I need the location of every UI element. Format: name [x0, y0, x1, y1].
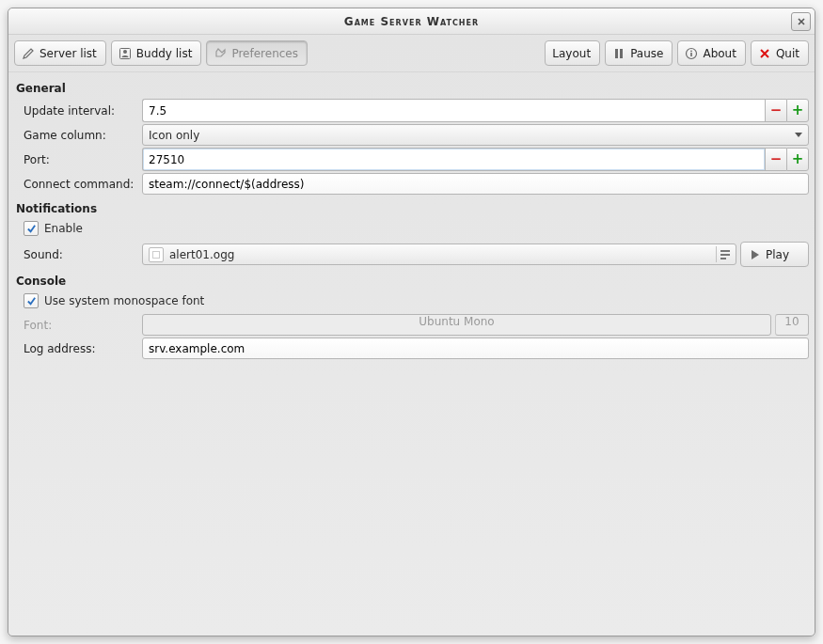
play-label: Play [766, 248, 789, 261]
layout-button[interactable]: Layout [545, 40, 600, 66]
chevron-down-icon [795, 133, 802, 137]
game-column-combo[interactable]: Icon only [142, 124, 809, 146]
section-console-header: Console [14, 269, 809, 290]
quit-icon [758, 47, 771, 60]
game-column-row: Game column: Icon only [14, 124, 809, 146]
port-decrement[interactable]: − [765, 148, 786, 171]
pencil-icon [22, 47, 35, 60]
buddy-list-button[interactable]: Buddy list [111, 40, 202, 66]
preferences-label: Preferences [231, 47, 298, 60]
font-label: Font: [14, 319, 138, 332]
about-icon [685, 47, 698, 60]
log-address-row: Log address: [14, 338, 809, 359]
font-name-display: Ubuntu Mono [142, 314, 771, 336]
enable-notifications-row: Enable [14, 217, 809, 240]
connect-cmd-input[interactable] [142, 173, 809, 195]
close-icon [797, 17, 806, 26]
check-icon [26, 224, 37, 234]
titlebar[interactable]: Game Server Watcher [8, 8, 815, 35]
use-system-monospace-label[interactable]: Use system monospace font [44, 294, 204, 307]
sound-file-chooser[interactable]: alert01.ogg [142, 243, 736, 265]
connect-cmd-label: Connect command: [14, 178, 138, 191]
svg-point-1 [123, 50, 127, 54]
svg-rect-3 [620, 49, 623, 58]
wrench-icon [214, 47, 227, 60]
quit-button[interactable]: Quit [751, 40, 809, 66]
update-interval-row: Update interval: − + [14, 99, 809, 122]
game-column-label: Game column: [14, 129, 138, 142]
pause-button[interactable]: Pause [605, 40, 673, 66]
port-increment[interactable]: + [786, 148, 809, 171]
port-input[interactable] [142, 148, 765, 171]
layout-label: Layout [552, 47, 591, 60]
section-notifications-header: Notifications [14, 196, 809, 217]
play-icon [748, 248, 761, 261]
person-icon [119, 47, 132, 60]
server-list-label: Server list [40, 47, 97, 60]
audio-file-icon [149, 247, 164, 262]
preferences-button[interactable]: Preferences [206, 40, 308, 66]
update-interval-label: Update interval: [14, 104, 138, 118]
svg-rect-6 [691, 53, 693, 56]
use-system-monospace-checkbox[interactable] [24, 293, 39, 308]
use-system-monospace-row: Use system monospace font [14, 290, 809, 312]
buddy-list-label: Buddy list [136, 47, 193, 60]
font-row: Font: Ubuntu Mono 10 [14, 314, 809, 336]
log-address-label: Log address: [14, 342, 138, 355]
update-interval-decrement[interactable]: − [765, 99, 786, 122]
port-label: Port: [14, 153, 138, 166]
sound-file-value: alert01.ogg [169, 248, 234, 261]
pause-icon [612, 47, 625, 60]
server-list-button[interactable]: Server list [14, 40, 106, 66]
update-interval-increment[interactable]: + [786, 99, 809, 122]
about-button[interactable]: About [677, 40, 745, 66]
port-spinbox: − + [142, 148, 809, 171]
window: Game Server Watcher Server list Buddy li… [8, 8, 815, 636]
svg-point-5 [691, 50, 693, 52]
check-icon [26, 296, 37, 306]
port-row: Port: − + [14, 148, 809, 171]
sound-label: Sound: [14, 248, 138, 261]
window-close-button[interactable] [791, 12, 811, 31]
update-interval-spinbox: − + [142, 99, 809, 122]
game-column-value: Icon only [149, 129, 199, 142]
font-size-display: 10 [775, 314, 809, 336]
sound-row: Sound: alert01.ogg Play [14, 242, 809, 267]
enable-notifications-label[interactable]: Enable [44, 222, 83, 235]
update-interval-input[interactable] [142, 99, 765, 122]
log-address-input[interactable] [142, 338, 809, 359]
enable-notifications-checkbox[interactable] [24, 221, 39, 236]
window-title: Game Server Watcher [344, 15, 479, 28]
content-area[interactable]: General Update interval: − + Game column… [8, 72, 815, 636]
toolbar: Server list Buddy list Preferences Layou… [8, 35, 815, 72]
connect-cmd-row: Connect command: [14, 173, 809, 195]
file-browse-icon [716, 246, 734, 262]
quit-label: Quit [776, 47, 799, 60]
about-label: About [703, 47, 736, 60]
section-general-header: General [14, 76, 809, 97]
pause-label: Pause [630, 47, 663, 60]
svg-marker-7 [752, 250, 759, 259]
svg-rect-2 [615, 49, 618, 58]
play-sound-button[interactable]: Play [740, 242, 809, 267]
